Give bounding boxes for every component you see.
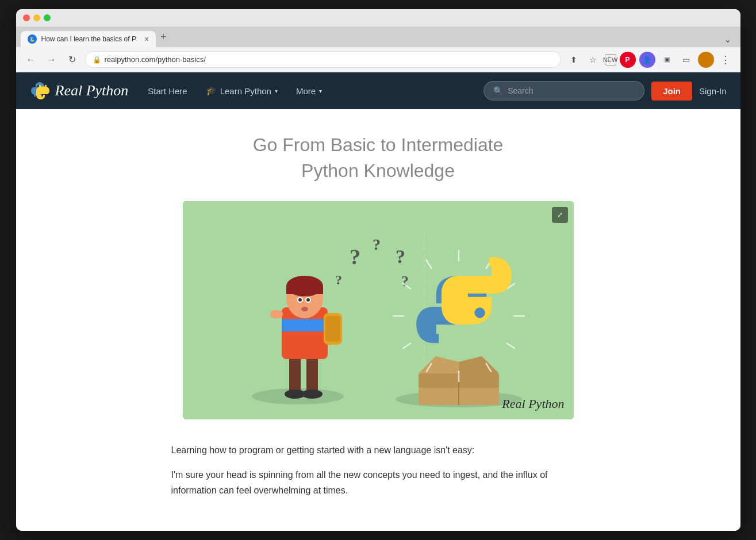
menu-icon[interactable]: ⋮ xyxy=(717,52,734,68)
svg-rect-0 xyxy=(183,201,574,419)
browser-window: 🐍 How can I learn the basics of P × + ⌄ … xyxy=(16,9,740,530)
paragraph-1: Learning how to program or getting start… xyxy=(171,442,585,458)
start-here-link[interactable]: Start Here xyxy=(140,82,195,101)
page-heading: Go From Basic to Intermediate Python Kno… xyxy=(28,132,729,184)
python-logo-icon xyxy=(30,80,51,101)
logo-text: Real Python xyxy=(55,82,129,99)
svg-rect-9 xyxy=(306,356,318,394)
watermark: Real Python xyxy=(502,396,564,411)
profile-icon[interactable]: 👤 xyxy=(639,52,655,68)
maximize-dot[interactable] xyxy=(44,14,51,21)
close-dot[interactable] xyxy=(23,14,30,21)
site-logo[interactable]: Real Python xyxy=(30,80,129,101)
main-nav: Start Here 🎓 Learn Python ▾ More ▾ xyxy=(140,81,483,101)
signin-link[interactable]: Sign-In xyxy=(699,86,727,96)
paragraph-2: I'm sure your head is spinning from all … xyxy=(171,467,585,498)
svg-point-21 xyxy=(298,298,302,302)
share-icon[interactable]: ⬆ xyxy=(566,52,582,68)
minimize-dot[interactable] xyxy=(33,14,40,21)
search-icon: 🔍 xyxy=(493,86,503,95)
user-avatar[interactable] xyxy=(698,52,714,68)
extensions-icon[interactable]: ▣ xyxy=(659,52,675,68)
address-bar: ← → ↻ 🔒 realpython.com/python-basics/ ⬆ … xyxy=(16,47,740,72)
svg-rect-19 xyxy=(286,286,323,294)
svg-rect-13 xyxy=(282,319,328,331)
search-input[interactable] xyxy=(508,86,635,95)
join-button[interactable]: Join xyxy=(651,82,692,101)
main-content: Go From Basic to Intermediate Python Kno… xyxy=(16,109,740,530)
new-tab-icon[interactable]: NEW xyxy=(605,54,616,65)
bookmark-icon[interactable]: ☆ xyxy=(585,52,601,68)
learn-python-chevron: ▾ xyxy=(275,88,278,94)
learn-python-link[interactable]: 🎓 Learn Python ▾ xyxy=(198,81,286,101)
url-bar[interactable]: 🔒 realpython.com/python-basics/ xyxy=(85,51,561,68)
search-bar[interactable]: 🔍 xyxy=(483,81,644,101)
more-link[interactable]: More ▾ xyxy=(288,82,330,101)
pinterest-icon[interactable]: P xyxy=(620,52,636,68)
svg-rect-15 xyxy=(325,316,340,342)
page-title: Go From Basic to Intermediate Python Kno… xyxy=(28,132,729,184)
svg-point-11 xyxy=(302,389,323,399)
url-text: realpython.com/python-basics/ xyxy=(105,55,206,64)
reload-button[interactable]: ↻ xyxy=(64,52,80,68)
hero-image-container: ? ? ? ? ? xyxy=(183,201,574,419)
svg-point-23 xyxy=(306,298,310,302)
os-bar xyxy=(16,9,740,26)
active-tab[interactable]: 🐍 How can I learn the basics of P × xyxy=(21,31,156,47)
site-nav: Real Python Start Here 🎓 Learn Python ▾ … xyxy=(16,72,740,109)
sidebar-icon[interactable]: ▭ xyxy=(678,52,694,68)
svg-rect-16 xyxy=(270,310,283,318)
svg-text:?: ? xyxy=(350,245,360,269)
svg-text:?: ? xyxy=(335,272,342,287)
svg-point-24 xyxy=(301,307,308,311)
back-button[interactable]: ← xyxy=(23,52,39,68)
hat-icon: 🎓 xyxy=(206,86,217,96)
tab-favicon: 🐍 xyxy=(28,34,37,44)
tab-close-button[interactable]: × xyxy=(144,34,149,44)
forward-button[interactable]: → xyxy=(44,52,60,68)
svg-rect-8 xyxy=(289,356,301,394)
svg-text:?: ? xyxy=(396,246,405,267)
toolbar-icons: ⬆ ☆ NEW P 👤 ▣ ▭ ⋮ xyxy=(566,52,734,68)
tab-title: How can I learn the basics of P xyxy=(41,35,136,43)
lock-icon: 🔒 xyxy=(93,56,101,64)
more-chevron: ▾ xyxy=(319,88,322,94)
tab-bar: 🐍 How can I learn the basics of P × + ⌄ xyxy=(16,26,740,47)
hero-illustration: ? ? ? ? ? xyxy=(183,201,574,419)
scroll-down-icon[interactable]: ⌄ xyxy=(719,32,736,47)
expand-button[interactable]: ⤢ xyxy=(552,207,568,223)
new-tab-button[interactable]: + xyxy=(156,29,171,45)
hero-image: ? ? ? ? ? xyxy=(183,201,574,419)
svg-text:?: ? xyxy=(373,236,381,253)
article-text: Learning how to program or getting start… xyxy=(171,442,585,499)
